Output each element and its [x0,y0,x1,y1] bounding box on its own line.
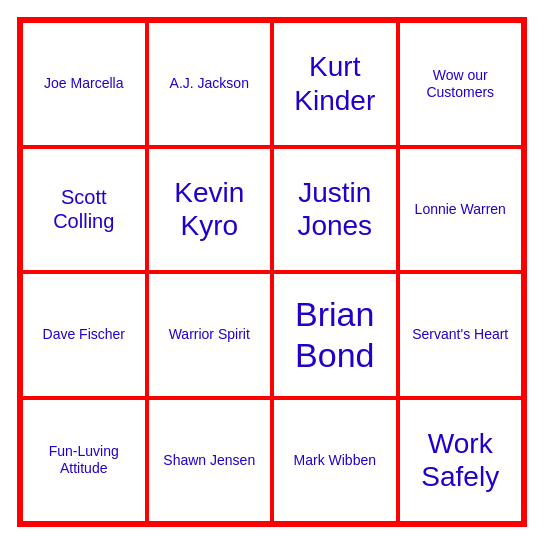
cell-2: Kurt Kinder [272,21,398,147]
cell-12-label: Fun-Luving Attitude [29,443,139,477]
cell-15-label: Work Safely [406,427,516,494]
cell-0: Joe Marcella [21,21,147,147]
bingo-board: Joe MarcellaA.J. JacksonKurt KinderWow o… [17,17,527,527]
cell-3: Wow our Customers [398,21,524,147]
cell-10-label: Brian Bond [280,294,390,376]
cell-2-label: Kurt Kinder [280,50,390,117]
cell-12: Fun-Luving Attitude [21,398,147,524]
cell-1: A.J. Jackson [147,21,273,147]
cell-11-label: Servant's Heart [412,326,508,343]
cell-15: Work Safely [398,398,524,524]
cell-0-label: Joe Marcella [44,75,123,92]
cell-14-label: Mark Wibben [294,452,376,469]
cell-8-label: Dave Fischer [43,326,125,343]
cell-1-label: A.J. Jackson [170,75,249,92]
cell-10: Brian Bond [272,272,398,398]
cell-7-label: Lonnie Warren [415,201,506,218]
cell-9-label: Warrior Spirit [169,326,250,343]
cell-6: Justin Jones [272,147,398,273]
cell-13-label: Shawn Jensen [163,452,255,469]
cell-4-label: Scott Colling [29,185,139,233]
cell-4: Scott Colling [21,147,147,273]
cell-14: Mark Wibben [272,398,398,524]
cell-6-label: Justin Jones [280,176,390,243]
cell-5: Kevin Kyro [147,147,273,273]
cell-7: Lonnie Warren [398,147,524,273]
cell-13: Shawn Jensen [147,398,273,524]
cell-9: Warrior Spirit [147,272,273,398]
cell-8: Dave Fischer [21,272,147,398]
cell-5-label: Kevin Kyro [155,176,265,243]
cell-11: Servant's Heart [398,272,524,398]
cell-3-label: Wow our Customers [406,67,516,101]
